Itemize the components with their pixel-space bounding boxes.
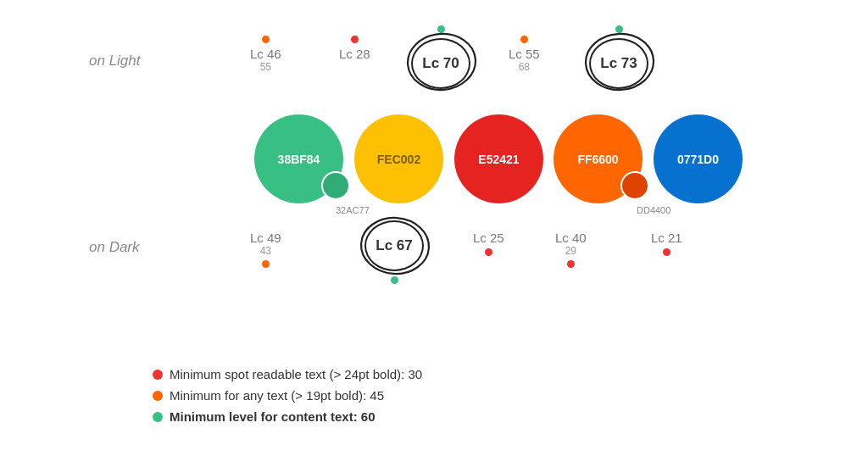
lc-73-group: Lc 73 xyxy=(589,25,648,89)
dot-green-70 xyxy=(437,25,445,33)
sub-label-dd4400: DD4400 xyxy=(637,205,670,215)
legend-text-red: Minimum spot readable text (> 24pt bold)… xyxy=(170,367,422,381)
lc-70-group: Lc 70 xyxy=(411,25,470,89)
on-dark-label: on Dark xyxy=(89,239,140,256)
sub-circle-dd4400 xyxy=(620,171,649,200)
lc-21-group: Lc 21 xyxy=(651,231,682,256)
lc-55-sub: 68 xyxy=(519,61,530,73)
color-circle-fec002: FEC002 xyxy=(354,114,443,203)
lc-21-label: Lc 21 xyxy=(651,231,682,245)
sub-label-32ac77: 32AC77 xyxy=(336,205,370,215)
on-light-label: on Light xyxy=(89,53,141,70)
dot-green-67 xyxy=(391,276,398,284)
lc-28-group: Lc 28 xyxy=(339,36,370,61)
dot-orange xyxy=(262,36,270,43)
dot-orange-49 xyxy=(262,260,270,268)
legend-text-green: Minimum level for content text: 60 xyxy=(170,409,376,424)
lc-55-label: Lc 55 xyxy=(509,47,540,61)
main-container: on Light Lc 46 55 Lc 28 Lc 70 Lc 55 68 L… xyxy=(0,0,868,456)
dot-green-73 xyxy=(615,25,623,33)
lc-49-group: Lc 49 43 xyxy=(250,231,281,268)
lc-40-label: Lc 40 xyxy=(555,231,587,245)
dot-orange-55 xyxy=(520,36,528,43)
color-circle-38bf84: 38BF84 xyxy=(254,114,343,203)
lc-25-label: Lc 25 xyxy=(473,231,504,245)
legend-item-green: Minimum level for content text: 60 xyxy=(153,409,422,424)
lc-46-sub: 55 xyxy=(260,61,271,73)
color-circle-e52421: E52421 xyxy=(454,114,543,203)
lc-67-group: Lc 67 xyxy=(364,220,424,284)
lc-73-circled: Lc 73 xyxy=(589,38,648,89)
lc-49-sub: 43 xyxy=(260,245,271,257)
lc-28-label: Lc 28 xyxy=(339,47,370,61)
lc-46-label: Lc 46 xyxy=(250,47,281,61)
dot-red-21 xyxy=(663,248,670,256)
legend-dot-orange xyxy=(153,391,163,401)
sub-circle-32ac77 xyxy=(321,171,350,200)
lc-67-circled: Lc 67 xyxy=(364,220,424,271)
lc-49-label: Lc 49 xyxy=(250,231,281,245)
legend-item-orange: Minimum for any text (> 19pt bold): 45 xyxy=(153,388,422,403)
lc-25-group: Lc 25 xyxy=(473,231,504,256)
dot-red-40 xyxy=(567,260,575,268)
lc-46-group: Lc 46 55 xyxy=(250,36,281,73)
legend-text-orange: Minimum for any text (> 19pt bold): 45 xyxy=(170,388,384,403)
lc-70-circled: Lc 70 xyxy=(411,38,470,89)
legend-item-red: Minimum spot readable text (> 24pt bold)… xyxy=(153,367,422,381)
lc-40-sub: 29 xyxy=(565,245,576,257)
color-circle-ff6600: FF6600 xyxy=(554,114,643,203)
dot-red-25 xyxy=(485,248,492,256)
lc-55-group: Lc 55 68 xyxy=(509,36,540,73)
dot-red-28 xyxy=(351,36,359,43)
color-circle-0771d0: 0771D0 xyxy=(654,114,743,203)
legend: Minimum spot readable text (> 24pt bold)… xyxy=(153,367,422,431)
lc-40-group: Lc 40 29 xyxy=(555,231,587,268)
legend-dot-red xyxy=(153,370,163,380)
legend-dot-green xyxy=(153,412,163,422)
